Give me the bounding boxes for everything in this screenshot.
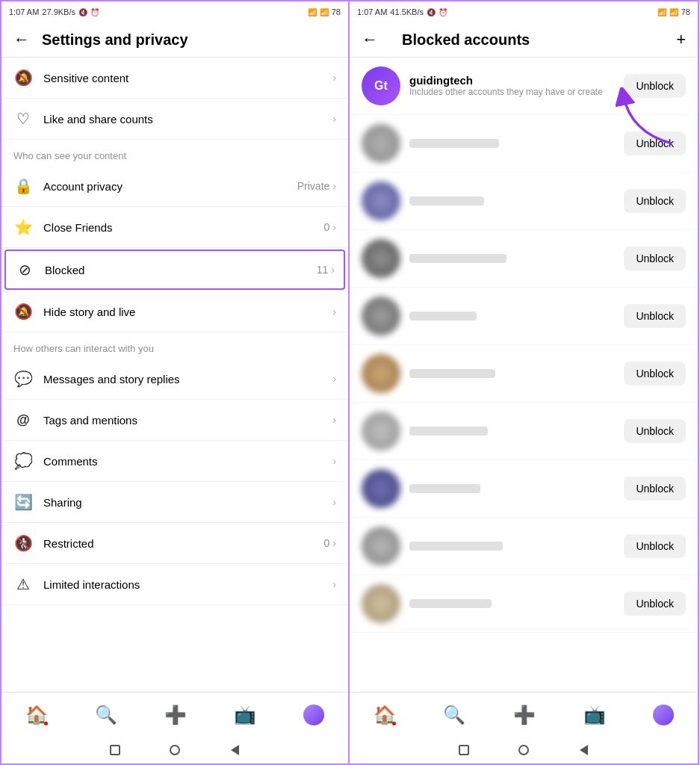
right-nav-reels[interactable]: 📺 bbox=[583, 704, 606, 725]
tags-icon: @ bbox=[13, 410, 33, 430]
right-android-nav bbox=[350, 737, 698, 764]
right-network: 41.5KB/s bbox=[390, 7, 424, 16]
settings-item-sharing[interactable]: 🔄 Sharing › bbox=[1, 482, 348, 523]
unblock-button-guidingtech[interactable]: Unblock bbox=[624, 74, 686, 98]
settings-item-tags-mentions[interactable]: @ Tags and mentions › bbox=[1, 400, 348, 441]
blocked-item-2: Unblock bbox=[350, 115, 698, 173]
right-wifi-icon: 📶 bbox=[669, 8, 678, 16]
right-status-bar: 1:07 AM 41.5KB/s 🔇 ⏰ 📶 📶 78 bbox=[350, 1, 698, 22]
settings-item-close-friends[interactable]: ⭐ Close Friends 0 › bbox=[1, 207, 348, 248]
avatar-8 bbox=[362, 469, 400, 508]
blocked-chevron: › bbox=[331, 264, 335, 276]
left-nav-reels[interactable]: 📺 bbox=[234, 704, 256, 725]
left-nav-create[interactable]: ➕ bbox=[164, 704, 187, 725]
blocked-item-guidingtech: Gt guidingtech Includes other accounts t… bbox=[350, 58, 698, 115]
settings-item-restricted[interactable]: 🚷 Restricted 0 › bbox=[1, 523, 348, 564]
left-back-btn[interactable] bbox=[227, 743, 242, 758]
left-recents-btn[interactable] bbox=[108, 743, 123, 758]
avatar-7 bbox=[362, 412, 400, 450]
blocked-name-3 bbox=[409, 196, 484, 205]
avatar-5 bbox=[362, 297, 400, 335]
settings-item-account-privacy[interactable]: 🔒 Account privacy Private › bbox=[1, 166, 348, 207]
unblock-button-3[interactable]: Unblock bbox=[624, 189, 686, 213]
blocked-name-7 bbox=[409, 427, 488, 436]
unblock-button-8[interactable]: Unblock bbox=[624, 477, 686, 501]
limited-chevron: › bbox=[332, 578, 336, 590]
settings-item-hide-story[interactable]: 🔕 Hide story and live › bbox=[1, 291, 348, 332]
settings-item-comments[interactable]: 💭 Comments › bbox=[1, 441, 348, 482]
avatar-2 bbox=[362, 124, 400, 163]
right-mute-icon: 🔇 bbox=[427, 8, 436, 16]
blocked-info-5 bbox=[409, 312, 624, 320]
left-wifi-icon: 📶 bbox=[320, 8, 329, 16]
settings-back-button[interactable]: ← bbox=[13, 30, 30, 49]
blocked-info-2 bbox=[409, 139, 624, 148]
blocked-info-9 bbox=[409, 542, 624, 551]
hide-story-chevron: › bbox=[332, 306, 336, 318]
right-time: 1:07 AM bbox=[357, 7, 387, 16]
blocked-item-9: Unblock bbox=[350, 518, 698, 575]
close-friends-value: 0 bbox=[324, 221, 330, 233]
blocked-item-10: Unblock bbox=[350, 575, 698, 633]
settings-item-sensitive-content[interactable]: 🔕 Sensitive content › bbox=[1, 58, 348, 99]
blocked-info-4 bbox=[409, 254, 624, 263]
blocked-item-4: Unblock bbox=[350, 230, 698, 288]
left-nav-home[interactable]: 🏠 bbox=[25, 704, 48, 725]
blocked-info-guidingtech: guidingtech Includes other accounts they… bbox=[409, 74, 624, 99]
avatar-9 bbox=[362, 527, 400, 566]
settings-item-like-share[interactable]: ♡ Like and share counts › bbox=[1, 99, 348, 140]
blocked-item-5: Unblock bbox=[350, 288, 698, 345]
avatar-3 bbox=[362, 182, 400, 220]
like-share-icon: ♡ bbox=[13, 109, 33, 128]
unblock-button-7[interactable]: Unblock bbox=[624, 419, 686, 443]
right-battery: 78 bbox=[681, 7, 690, 16]
settings-item-limited[interactable]: ⚠ Limited interactions › bbox=[1, 564, 348, 605]
hide-story-icon: 🔕 bbox=[13, 302, 33, 321]
comments-chevron: › bbox=[332, 455, 336, 467]
right-nav-search[interactable]: 🔍 bbox=[443, 704, 465, 725]
right-home-btn[interactable] bbox=[516, 743, 531, 758]
right-nav-avatar[interactable] bbox=[653, 704, 674, 725]
blocked-name-2 bbox=[409, 139, 499, 148]
right-recents-btn[interactable] bbox=[456, 743, 471, 758]
avatar-10 bbox=[362, 584, 400, 623]
tags-label: Tags and mentions bbox=[43, 414, 332, 427]
right-sim-icon: 📶 bbox=[657, 8, 666, 16]
account-privacy-label: Account privacy bbox=[43, 180, 297, 193]
blocked-back-button[interactable]: ← bbox=[362, 30, 378, 49]
blocked-item-3: Unblock bbox=[350, 173, 698, 230]
restricted-label: Restricted bbox=[43, 537, 324, 550]
unblock-button-4[interactable]: Unblock bbox=[624, 247, 686, 270]
right-back-btn[interactable] bbox=[576, 743, 591, 758]
blocked-name-4 bbox=[409, 254, 507, 263]
right-bottom-nav: 🏠 🔍 ➕ 📺 bbox=[350, 692, 698, 737]
left-phone-panel: 1:07 AM 27.9KB/s 🔇 ⏰ 📶 📶 78 ← Settings a… bbox=[0, 0, 350, 765]
blocked-info-6 bbox=[409, 369, 624, 378]
left-nav-search[interactable]: 🔍 bbox=[95, 704, 117, 725]
like-share-chevron: › bbox=[332, 113, 336, 125]
blocked-info-7 bbox=[409, 427, 624, 436]
unblock-button-10[interactable]: Unblock bbox=[624, 592, 686, 616]
settings-item-messages[interactable]: 💬 Messages and story replies › bbox=[1, 359, 348, 400]
left-home-btn[interactable] bbox=[167, 743, 182, 758]
comments-icon: 💭 bbox=[13, 451, 33, 471]
blocked-list: Gt guidingtech Includes other accounts t… bbox=[350, 58, 698, 692]
messages-icon: 💬 bbox=[13, 369, 33, 388]
unblock-button-2[interactable]: Unblock bbox=[624, 131, 686, 155]
blocked-name-9 bbox=[409, 542, 503, 551]
settings-item-blocked[interactable]: ⊘ Blocked 11 › bbox=[4, 250, 345, 290]
settings-list: 🔕 Sensitive content › ♡ Like and share c… bbox=[1, 58, 348, 692]
unblock-button-5[interactable]: Unblock bbox=[624, 304, 686, 328]
sensitive-content-icon: 🔕 bbox=[13, 68, 33, 87]
left-nav-avatar[interactable] bbox=[303, 704, 324, 725]
blocked-title: Blocked accounts bbox=[402, 31, 676, 49]
blocked-add-button[interactable]: + bbox=[676, 30, 686, 49]
blocked-info-10 bbox=[409, 599, 624, 608]
right-nav-create[interactable]: ➕ bbox=[513, 704, 536, 725]
right-nav-home[interactable]: 🏠 bbox=[374, 704, 396, 725]
left-android-nav bbox=[1, 737, 348, 764]
settings-header: ← Settings and privacy bbox=[1, 22, 348, 58]
how-others-label: How others can interact with you bbox=[1, 332, 348, 359]
unblock-button-6[interactable]: Unblock bbox=[624, 362, 686, 385]
unblock-button-9[interactable]: Unblock bbox=[624, 534, 686, 558]
